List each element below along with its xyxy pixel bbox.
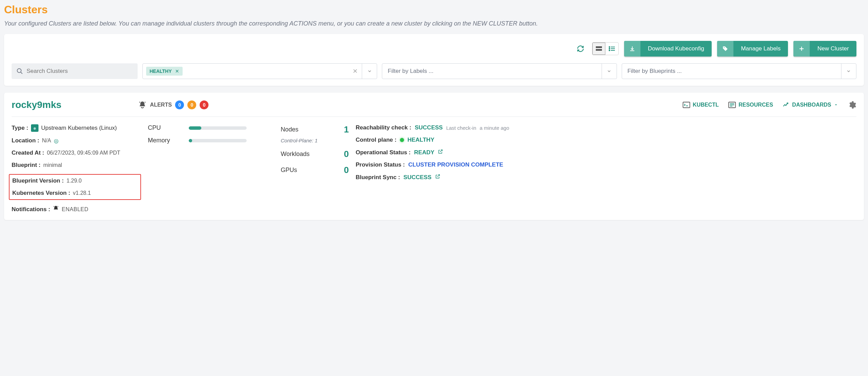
status-filter-clear[interactable]: ✕ (348, 67, 362, 75)
gpus-metric: GPUs 0 (281, 165, 349, 175)
notifications-value: ENABLED (62, 206, 88, 213)
new-cluster-label: New Cluster (810, 45, 856, 52)
view-card-button[interactable] (592, 43, 605, 55)
metrics-column: Nodes 1 Control-Plane: 1 Workloads 0 GPU… (281, 124, 349, 213)
svg-point-6 (609, 50, 610, 51)
alert-badge-info[interactable]: 0 (175, 100, 184, 109)
gear-icon (848, 100, 856, 109)
toolbar-card: Download Kubeconfig Manage Labels New Cl… (4, 34, 864, 86)
alerts-label: ALERTS (150, 102, 172, 108)
view-toggle (592, 42, 619, 55)
dashboards-label: DASHBOARDS (792, 102, 831, 108)
cpu-label: CPU (148, 124, 175, 131)
location-value: N/A (42, 138, 51, 144)
created-row: Created At : 06/27/2023, 09:45:09 AM PDT (12, 150, 141, 156)
blueprint-row: Blueprint : minimal (12, 162, 141, 169)
manage-labels-button[interactable]: Manage Labels (717, 41, 788, 57)
svg-point-2 (609, 47, 610, 47)
blueprint-version-value: 1.29.0 (66, 178, 81, 184)
provision-status-value[interactable]: CLUSTER PROVISION COMPLETE (408, 161, 503, 168)
svg-point-9 (17, 69, 21, 73)
resources-link[interactable]: RESOURCES (728, 101, 773, 108)
search-icon (16, 68, 23, 75)
cpu-row: CPU (148, 124, 274, 131)
chevron-down-icon (834, 103, 838, 107)
control-plane-label: Control plane : (356, 137, 397, 143)
refresh-button[interactable] (574, 43, 587, 55)
reachability-row: Reachability check : SUCCESS Last check-… (356, 124, 856, 131)
created-value: 06/27/2023, 09:45:09 AM PDT (47, 150, 120, 156)
blueprint-sync-row: Blueprint Sync : SUCCESS (356, 174, 856, 181)
operational-status-row: Operational Status : READY (356, 149, 856, 156)
kubectl-link[interactable]: KUBECTL (683, 101, 719, 108)
type-label: Type : (12, 125, 28, 131)
dashboards-link[interactable]: DASHBOARDS (782, 101, 838, 108)
nodes-metric: Nodes 1 (281, 124, 349, 135)
type-row: Type : ⎈ Upstream Kubernetes (Linux) (12, 124, 141, 132)
k8s-version-label: Kubernetes Version : (12, 190, 70, 197)
reachability-checkin-label: Last check-in (446, 125, 476, 131)
chart-icon (782, 101, 789, 108)
workloads-label: Workloads (281, 151, 310, 158)
search-clusters-field[interactable] (27, 68, 133, 75)
provision-status-label: Provision Status : (356, 161, 405, 168)
refresh-icon (577, 45, 584, 52)
search-clusters-input[interactable] (12, 63, 138, 79)
svg-rect-10 (683, 102, 689, 108)
external-link-icon[interactable] (438, 149, 443, 156)
notifications-row: Notifications : ENABLED (12, 205, 141, 213)
blueprint-value: minimal (43, 162, 62, 168)
workloads-metric: Workloads 0 (281, 149, 349, 159)
labels-filter-dropdown[interactable] (602, 64, 617, 79)
resources-icon (728, 101, 736, 108)
view-list-button[interactable] (605, 43, 618, 55)
alert-badge-crit[interactable]: 0 (200, 100, 208, 109)
svg-point-4 (609, 48, 610, 49)
page-subtitle: Your configured Clusters are listed belo… (4, 20, 864, 27)
control-plane-row: Control plane : HEALTHY (356, 137, 856, 143)
download-icon (624, 41, 640, 57)
alerts-group: ALERTS 0 0 0 (138, 100, 208, 109)
type-value: Upstream Kubernetes (Linux) (41, 125, 117, 131)
svg-point-8 (724, 47, 725, 48)
blueprints-filter[interactable]: Filter by Blueprints ... (622, 63, 856, 79)
blueprint-sync-label: Blueprint Sync : (356, 174, 400, 181)
blueprint-label: Blueprint : (12, 162, 41, 169)
alert-badge-warn[interactable]: 0 (187, 100, 196, 109)
status-filter-dropdown[interactable] (362, 64, 377, 79)
new-cluster-button[interactable]: New Cluster (793, 41, 856, 57)
blueprints-filter-dropdown[interactable] (841, 64, 856, 79)
labels-filter-placeholder: Filter by Labels ... (386, 68, 433, 75)
operational-status-label: Operational Status : (356, 149, 411, 156)
memory-label: Memory (148, 137, 175, 144)
gpus-label: GPUs (281, 167, 297, 174)
labels-filter[interactable]: Filter by Labels ... (382, 63, 617, 79)
location-row: Location : N/A ◎ (12, 137, 141, 144)
status-filter[interactable]: HEALTHY ✕ ✕ (142, 63, 377, 79)
reachability-label: Reachability check : (356, 124, 411, 131)
cluster-settings-button[interactable] (848, 100, 856, 109)
gpus-value: 0 (344, 165, 349, 175)
k8s-version-row: Kubernetes Version : v1.28.1 (10, 190, 138, 197)
page-title: Clusters (4, 3, 864, 16)
operational-status-value: READY (414, 149, 435, 156)
external-link-icon[interactable] (435, 174, 440, 181)
blueprint-version-label: Blueprint Version : (12, 177, 64, 184)
provision-status-row: Provision Status : CLUSTER PROVISION COM… (356, 161, 856, 168)
created-label: Created At : (12, 150, 44, 156)
nodes-label: Nodes (281, 126, 298, 133)
status-filter-chip[interactable]: HEALTHY ✕ (146, 67, 183, 76)
notifications-label: Notifications : (12, 206, 50, 213)
location-icon: ◎ (54, 138, 59, 144)
chevron-down-icon (846, 69, 851, 74)
memory-row: Memory (148, 137, 274, 144)
memory-bar (189, 139, 247, 142)
cluster-name-link[interactable]: rocky9mks (12, 99, 61, 110)
reachability-checkin-value: a minute ago (480, 125, 509, 131)
kubectl-label: KUBECTL (693, 102, 719, 108)
nodes-sub: Control-Plane: 1 (281, 138, 349, 143)
blueprint-sync-value: SUCCESS (403, 174, 431, 181)
download-kubeconfig-button[interactable]: Download Kubeconfig (624, 41, 712, 57)
chip-remove-icon[interactable]: ✕ (175, 68, 179, 74)
workloads-value: 0 (344, 149, 349, 159)
